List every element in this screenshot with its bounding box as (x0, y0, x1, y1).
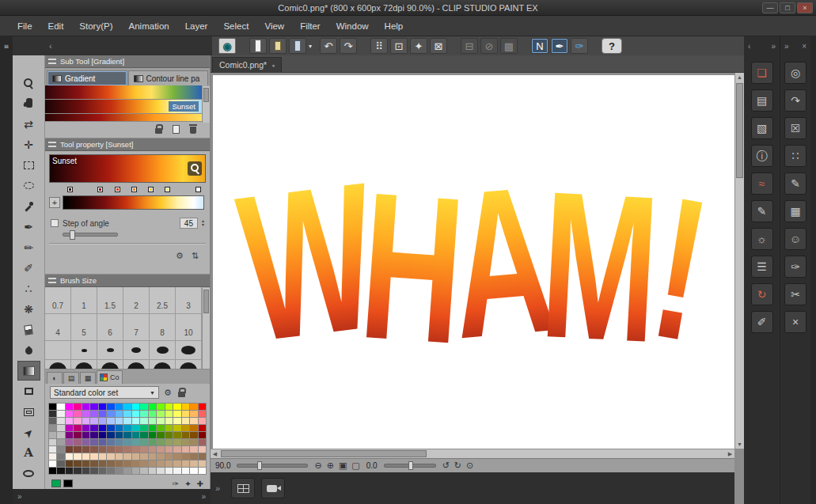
new-sub-tool-icon[interactable] (170, 124, 181, 135)
color-swatch[interactable] (57, 411, 64, 417)
decoration-tool[interactable]: ❋ (17, 299, 40, 319)
zoom-tool[interactable] (17, 73, 40, 93)
brush-size-cell[interactable]: 4 (45, 314, 71, 341)
color-swatch[interactable] (116, 425, 123, 431)
color-swatch[interactable] (132, 432, 139, 438)
menu-item[interactable]: Story(P) (71, 16, 120, 36)
color-swatch[interactable] (157, 404, 164, 410)
zoom-preview-button[interactable] (188, 161, 202, 176)
gradient-stop[interactable] (195, 187, 201, 192)
color-swatch[interactable] (82, 460, 89, 467)
menu-item[interactable]: Edit (40, 16, 72, 36)
recent-color-swatch[interactable] (63, 479, 73, 487)
color-swatch[interactable] (165, 404, 173, 410)
color-swatch[interactable] (82, 432, 89, 438)
gradient-stop[interactable] (115, 187, 120, 192)
color-swatch[interactable] (107, 418, 114, 424)
color-swatch[interactable] (49, 453, 56, 460)
color-swatch[interactable] (157, 432, 164, 438)
color-swatch[interactable] (182, 425, 189, 431)
color-swatch[interactable] (140, 432, 147, 438)
color-swatch[interactable] (149, 418, 156, 424)
color-swatch[interactable] (66, 453, 73, 460)
profile-icon[interactable]: ☺ (784, 228, 807, 250)
color-swatch[interactable] (107, 453, 114, 460)
color-swatch[interactable] (199, 404, 206, 410)
step-angle-value[interactable]: 45 (180, 218, 198, 229)
color-swatch[interactable] (132, 439, 139, 445)
add-swatch-icon[interactable]: ✚ (197, 479, 203, 488)
color-swatch[interactable] (116, 439, 123, 445)
color-swatch[interactable] (199, 460, 206, 467)
no-correction-button[interactable]: N (531, 38, 548, 54)
reset-rotation-icon[interactable]: ⊙ (466, 461, 473, 470)
brush-size-scrollbar[interactable] (202, 288, 210, 369)
color-swatch[interactable] (140, 460, 147, 467)
brush-stroke-icon[interactable]: ≈ (751, 172, 773, 195)
color-swatch[interactable] (190, 404, 197, 410)
color-swatch[interactable] (116, 468, 123, 474)
trash-icon[interactable] (188, 124, 199, 135)
vector-snap-button[interactable]: ✑ (571, 38, 588, 54)
pencil-tool[interactable]: ✏ (17, 237, 40, 257)
gradient-stop[interactable] (165, 187, 170, 192)
color-set-tab[interactable]: Co (97, 370, 123, 384)
color-swatch[interactable] (74, 404, 81, 410)
preset-row-sunset[interactable]: Sunset (45, 100, 202, 114)
step-angle-slider[interactable] (63, 233, 118, 237)
color-swatch[interactable] (165, 432, 173, 438)
menu-item[interactable]: Filter (292, 16, 328, 36)
color-swatch[interactable] (173, 425, 180, 431)
expand-panel-button[interactable]: » (17, 492, 22, 501)
align-center-button[interactable]: ⊘ (480, 38, 498, 54)
color-swatch[interactable] (90, 418, 97, 424)
export-layer-icon[interactable]: ↷ (784, 89, 807, 112)
gradient-stop[interactable] (67, 187, 73, 192)
menu-item[interactable]: Select (215, 16, 256, 36)
collapse-right-dock-button[interactable]: ‹ (748, 42, 750, 51)
color-swatch[interactable] (190, 460, 197, 467)
color-swatch[interactable] (107, 432, 114, 438)
color-swatch[interactable] (49, 446, 56, 453)
collapse-animation-button[interactable]: » (215, 483, 220, 493)
color-swatch[interactable] (132, 468, 139, 474)
color-swatch[interactable] (140, 446, 147, 453)
redo-button[interactable]: ↷ (340, 38, 357, 54)
color-swatch[interactable] (149, 446, 156, 453)
color-swatch[interactable] (66, 439, 73, 445)
color-swatch[interactable] (90, 460, 97, 467)
color-swatch[interactable] (165, 446, 173, 453)
color-swatch[interactable] (74, 411, 81, 417)
tab-gradient[interactable]: Gradient (47, 70, 127, 85)
brush-dot-cell[interactable] (97, 360, 123, 369)
operation-tool[interactable]: ➤ (17, 423, 40, 442)
color-swatch[interactable] (57, 404, 64, 410)
brush-dot-cell[interactable] (150, 341, 176, 360)
text-tool[interactable]: A (17, 443, 40, 463)
color-swatch[interactable] (190, 425, 197, 431)
horizontal-scroll-thumb[interactable] (221, 450, 427, 457)
save-button[interactable] (289, 38, 306, 54)
color-swatch[interactable] (66, 425, 73, 431)
color-swatch[interactable] (74, 425, 81, 431)
color-swatch[interactable] (173, 404, 180, 410)
color-swatch[interactable] (182, 404, 189, 410)
close-button[interactable]: × (797, 2, 813, 13)
vertical-scrollbar[interactable]: ▲ ▼ (734, 73, 744, 449)
close-grid-icon[interactable]: ☒ (784, 117, 807, 139)
collapse-tool-column-button[interactable]: ‹ (49, 36, 52, 55)
color-swatch[interactable] (99, 411, 106, 417)
canvas-viewport[interactable]: WHAM! (211, 73, 734, 449)
align-left-button[interactable]: ⊟ (461, 38, 478, 54)
color-swatch[interactable] (116, 411, 123, 417)
brush-dot-cell[interactable] (97, 341, 123, 360)
brush-dot-cell[interactable] (71, 341, 97, 360)
lock-icon[interactable] (176, 387, 188, 398)
navigator-icon[interactable]: ▤ (751, 89, 773, 112)
rotate-slider[interactable] (384, 464, 436, 468)
pencil-slant-icon[interactable]: ✐ (751, 311, 773, 333)
preset-row[interactable] (45, 85, 202, 100)
color-swatch[interactable] (149, 411, 156, 417)
stabilize-button[interactable]: ✒ (551, 38, 568, 54)
add-stop-button[interactable]: + (49, 197, 60, 208)
